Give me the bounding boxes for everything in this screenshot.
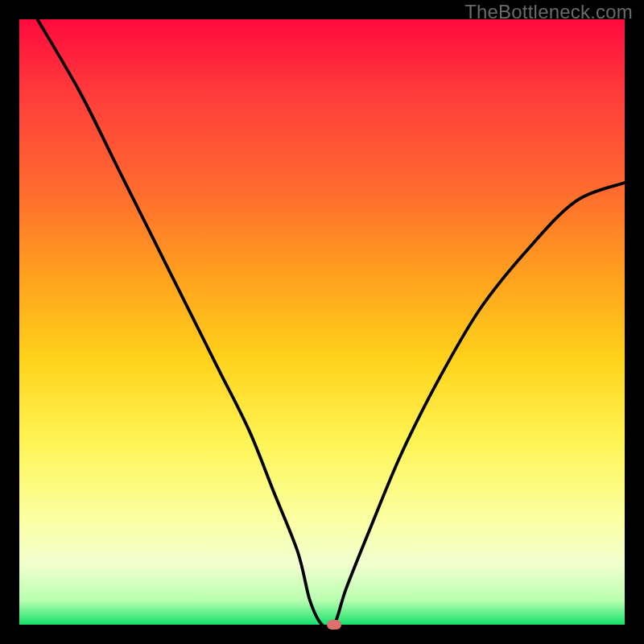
chart-frame: TheBottleneck.com <box>0 0 644 644</box>
plot-area <box>19 19 625 625</box>
curve-svg <box>19 19 625 625</box>
bottleneck-curve <box>38 19 625 625</box>
optimum-marker <box>327 620 341 630</box>
